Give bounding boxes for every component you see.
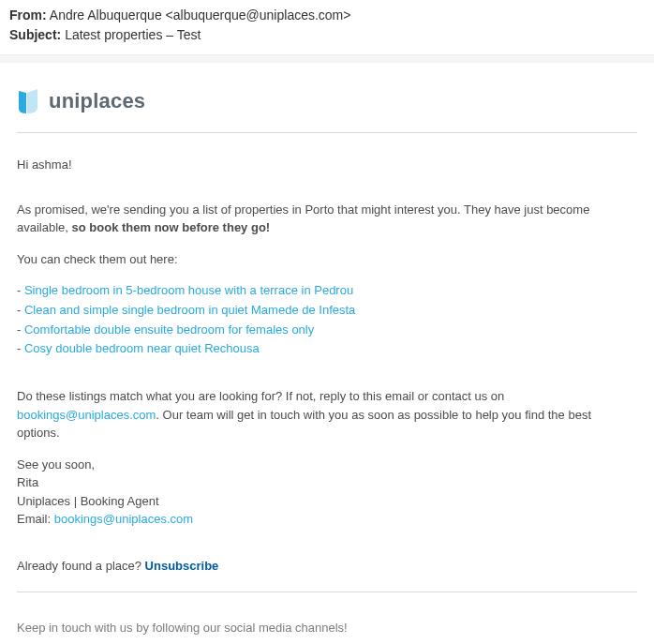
email-body: Hi ashma! As promised, we're sending you… bbox=[17, 156, 637, 575]
subject-line: Subject: Latest properties – Test bbox=[9, 25, 645, 45]
from-label: From: bbox=[9, 7, 47, 22]
divider bbox=[17, 132, 637, 133]
subject-value: Latest properties – Test bbox=[65, 27, 201, 42]
brand-name: uniplaces bbox=[49, 89, 145, 113]
listing-row: - Comfortable double ensuite bedroom for… bbox=[17, 321, 637, 340]
listing-link[interactable]: Clean and simple single bedroom in quiet… bbox=[24, 303, 355, 317]
listing-link[interactable]: Cosy double bedroom near quiet Rechousa bbox=[24, 341, 260, 355]
match-paragraph: Do these listings match what you are loo… bbox=[17, 387, 637, 442]
signoff: See you soon, Rita Uniplaces | Booking A… bbox=[17, 456, 637, 529]
signoff-name: Rita bbox=[17, 473, 637, 492]
unsubscribe-link[interactable]: Unsubscribe bbox=[145, 559, 219, 573]
listing-link[interactable]: Single bedroom in 5-bedroom house with a… bbox=[24, 283, 353, 297]
signoff-email-label: Email: bbox=[17, 512, 54, 526]
uniplaces-logo-icon bbox=[17, 87, 41, 115]
signoff-email-link[interactable]: bookings@uniplaces.com bbox=[54, 512, 193, 526]
email-body-sheet: uniplaces Hi ashma! As promised, we're s… bbox=[0, 63, 654, 644]
social-text: Keep in touch with us by following our s… bbox=[17, 621, 637, 635]
from-line: From: Andre Albuquerque <albuquerque@uni… bbox=[9, 6, 645, 25]
signoff-email-line: Email: bookings@uniplaces.com bbox=[17, 510, 637, 529]
greeting: Hi ashma! bbox=[17, 156, 637, 174]
listing-link[interactable]: Comfortable double ensuite bedroom for f… bbox=[24, 322, 314, 337]
listing-row: - Single bedroom in 5-bedroom house with… bbox=[17, 281, 637, 301]
match-pre: Do these listings match what you are loo… bbox=[17, 389, 504, 403]
email-canvas: uniplaces Hi ashma! As promised, we're s… bbox=[0, 55, 654, 644]
listing-row: - Cosy double bedroom near quiet Rechous… bbox=[17, 339, 637, 359]
listings-list: - Single bedroom in 5-bedroom house with… bbox=[17, 281, 637, 359]
listing-row: - Clean and simple single bedroom in qui… bbox=[17, 301, 637, 321]
subject-label: Subject: bbox=[9, 27, 61, 42]
divider bbox=[17, 592, 637, 592]
unsubscribe-line: Already found a place? Unsubscribe bbox=[17, 557, 637, 576]
unsub-pre: Already found a place? bbox=[17, 559, 145, 573]
bookings-email-link[interactable]: bookings@uniplaces.com bbox=[17, 408, 156, 422]
signoff-line: See you soon, bbox=[17, 456, 637, 474]
email-meta-header: From: Andre Albuquerque <albuquerque@uni… bbox=[0, 0, 654, 55]
from-value: Andre Albuquerque <albuquerque@uniplaces… bbox=[50, 7, 351, 22]
brand-logo: uniplaces bbox=[17, 80, 637, 132]
check-text: You can check them out here: bbox=[17, 250, 637, 269]
intro-paragraph: As promised, we're sending you a list of… bbox=[17, 201, 637, 237]
signoff-role: Uniplaces | Booking Agent bbox=[17, 492, 637, 511]
intro-strong: so book them now before they go! bbox=[72, 220, 271, 234]
